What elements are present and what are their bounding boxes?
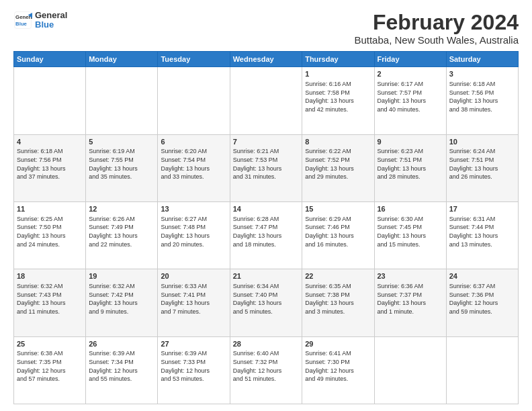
col-header-tuesday: Tuesday [158,52,230,67]
calendar-cell: 10Sunrise: 6:24 AMSunset: 7:51 PMDayligh… [446,134,518,201]
day-number: 19 [89,271,154,281]
calendar-week-row: 1Sunrise: 6:16 AMSunset: 7:58 PMDaylight… [14,67,519,134]
day-info: Sunrise: 6:20 AMSunset: 7:54 PMDaylight:… [161,147,226,181]
day-info: Sunrise: 6:40 AMSunset: 7:32 PMDaylight:… [233,349,299,383]
calendar-cell: 14Sunrise: 6:28 AMSunset: 7:47 PMDayligh… [230,201,302,269]
day-info: Sunrise: 6:39 AMSunset: 7:33 PMDaylight:… [161,349,226,383]
day-number: 25 [17,339,83,349]
day-number: 6 [161,137,226,147]
logo: General Blue General Blue [13,11,67,30]
calendar-cell: 11Sunrise: 6:25 AMSunset: 7:50 PMDayligh… [14,201,86,269]
calendar-cell [230,67,302,134]
calendar-cell: 24Sunrise: 6:37 AMSunset: 7:36 PMDayligh… [446,269,518,336]
day-number: 15 [305,204,371,214]
calendar-cell [158,67,230,134]
calendar-cell: 2Sunrise: 6:17 AMSunset: 7:57 PMDaylight… [374,67,446,134]
logo-text-blue: Blue [35,20,67,30]
calendar-week-row: 18Sunrise: 6:32 AMSunset: 7:43 PMDayligh… [14,269,519,336]
calendar-cell: 19Sunrise: 6:32 AMSunset: 7:42 PMDayligh… [86,269,158,336]
calendar-cell: 20Sunrise: 6:33 AMSunset: 7:41 PMDayligh… [158,269,230,336]
calendar-cell: 25Sunrise: 6:38 AMSunset: 7:35 PMDayligh… [14,336,86,404]
calendar-week-row: 25Sunrise: 6:38 AMSunset: 7:35 PMDayligh… [14,336,519,404]
day-number: 29 [305,339,371,349]
day-number: 24 [449,271,515,281]
calendar-cell: 18Sunrise: 6:32 AMSunset: 7:43 PMDayligh… [14,269,86,336]
col-header-thursday: Thursday [302,52,374,67]
calendar-cell: 4Sunrise: 6:18 AMSunset: 7:56 PMDaylight… [14,134,86,201]
calendar-cell: 7Sunrise: 6:21 AMSunset: 7:53 PMDaylight… [230,134,302,201]
calendar-cell: 17Sunrise: 6:31 AMSunset: 7:44 PMDayligh… [446,201,518,269]
day-info: Sunrise: 6:41 AMSunset: 7:30 PMDaylight:… [305,349,371,383]
day-info: Sunrise: 6:36 AMSunset: 7:37 PMDaylight:… [378,282,443,316]
calendar-cell: 1Sunrise: 6:16 AMSunset: 7:58 PMDaylight… [302,67,374,134]
day-number: 10 [449,137,515,147]
day-info: Sunrise: 6:23 AMSunset: 7:51 PMDaylight:… [378,147,443,181]
header: General Blue General Blue February 2024 … [13,11,519,46]
calendar-cell [446,336,518,404]
calendar-cell [374,336,446,404]
day-info: Sunrise: 6:32 AMSunset: 7:43 PMDaylight:… [17,282,83,316]
day-number: 7 [233,137,299,147]
day-info: Sunrise: 6:22 AMSunset: 7:52 PMDaylight:… [305,147,371,181]
calendar-cell: 21Sunrise: 6:34 AMSunset: 7:40 PMDayligh… [230,269,302,336]
day-number: 14 [233,204,299,214]
calendar-cell: 16Sunrise: 6:30 AMSunset: 7:45 PMDayligh… [374,201,446,269]
day-number: 3 [449,69,515,79]
calendar-cell: 12Sunrise: 6:26 AMSunset: 7:49 PMDayligh… [86,201,158,269]
col-header-saturday: Saturday [446,52,518,67]
day-info: Sunrise: 6:31 AMSunset: 7:44 PMDaylight:… [449,215,515,248]
calendar-week-row: 4Sunrise: 6:18 AMSunset: 7:56 PMDaylight… [14,134,519,201]
day-number: 5 [89,137,154,147]
col-header-wednesday: Wednesday [230,52,302,67]
calendar-cell: 9Sunrise: 6:23 AMSunset: 7:51 PMDaylight… [374,134,446,201]
day-info: Sunrise: 6:30 AMSunset: 7:45 PMDaylight:… [378,215,443,248]
svg-text:Blue: Blue [15,21,28,27]
calendar-title: February 2024 [354,11,519,34]
day-number: 22 [305,271,371,281]
calendar-cell: 23Sunrise: 6:36 AMSunset: 7:37 PMDayligh… [374,269,446,336]
title-section: February 2024 Buttaba, New South Wales, … [354,11,519,46]
day-info: Sunrise: 6:21 AMSunset: 7:53 PMDaylight:… [233,147,299,181]
logo-icon: General Blue [13,11,32,30]
logo-text-general: General [35,11,67,20]
day-info: Sunrise: 6:34 AMSunset: 7:40 PMDaylight:… [233,282,299,316]
calendar-cell: 28Sunrise: 6:40 AMSunset: 7:32 PMDayligh… [230,336,302,404]
page: General Blue General Blue February 2024 … [0,0,532,411]
day-number: 20 [161,271,226,281]
day-info: Sunrise: 6:18 AMSunset: 7:56 PMDaylight:… [449,80,515,113]
day-info: Sunrise: 6:35 AMSunset: 7:38 PMDaylight:… [305,282,371,316]
day-number: 12 [89,204,154,214]
day-number: 9 [378,137,443,147]
calendar-table: SundayMondayTuesdayWednesdayThursdayFrid… [13,51,519,404]
calendar-header-row: SundayMondayTuesdayWednesdayThursdayFrid… [14,52,519,67]
calendar-cell: 27Sunrise: 6:39 AMSunset: 7:33 PMDayligh… [158,336,230,404]
calendar-cell: 15Sunrise: 6:29 AMSunset: 7:46 PMDayligh… [302,201,374,269]
day-number: 18 [17,271,83,281]
calendar-cell: 29Sunrise: 6:41 AMSunset: 7:30 PMDayligh… [302,336,374,404]
day-number: 21 [233,271,299,281]
day-info: Sunrise: 6:17 AMSunset: 7:57 PMDaylight:… [378,80,443,113]
day-number: 1 [305,69,371,79]
calendar-cell: 6Sunrise: 6:20 AMSunset: 7:54 PMDaylight… [158,134,230,201]
day-info: Sunrise: 6:27 AMSunset: 7:48 PMDaylight:… [161,215,226,248]
day-number: 27 [161,339,226,349]
day-info: Sunrise: 6:24 AMSunset: 7:51 PMDaylight:… [449,147,515,181]
calendar-cell: 13Sunrise: 6:27 AMSunset: 7:48 PMDayligh… [158,201,230,269]
day-number: 2 [378,69,443,79]
day-number: 4 [17,137,83,147]
day-info: Sunrise: 6:29 AMSunset: 7:46 PMDaylight:… [305,215,371,248]
day-number: 28 [233,339,299,349]
col-header-monday: Monday [86,52,158,67]
day-info: Sunrise: 6:19 AMSunset: 7:55 PMDaylight:… [89,147,154,181]
day-info: Sunrise: 6:28 AMSunset: 7:47 PMDaylight:… [233,215,299,248]
calendar-cell: 3Sunrise: 6:18 AMSunset: 7:56 PMDaylight… [446,67,518,134]
day-info: Sunrise: 6:25 AMSunset: 7:50 PMDaylight:… [17,215,83,248]
calendar-cell: 22Sunrise: 6:35 AMSunset: 7:38 PMDayligh… [302,269,374,336]
calendar-cell: 8Sunrise: 6:22 AMSunset: 7:52 PMDaylight… [302,134,374,201]
day-number: 26 [89,339,154,349]
calendar-cell [14,67,86,134]
day-number: 11 [17,204,83,214]
day-info: Sunrise: 6:26 AMSunset: 7:49 PMDaylight:… [89,215,154,248]
day-info: Sunrise: 6:39 AMSunset: 7:34 PMDaylight:… [89,349,154,383]
calendar-cell: 5Sunrise: 6:19 AMSunset: 7:55 PMDaylight… [86,134,158,201]
